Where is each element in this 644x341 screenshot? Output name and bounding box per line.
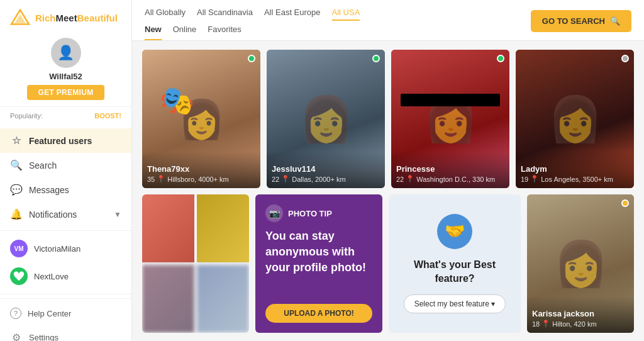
location: Dallas, 2000+ km xyxy=(292,176,345,183)
sidebar-item-label: Help Center xyxy=(28,309,71,318)
nl-logo xyxy=(10,267,28,285)
online-indicator xyxy=(497,55,504,62)
best-feature-card: 🤝 What's your Best feature? Select my be… xyxy=(389,194,521,333)
pin-icon: 📍 xyxy=(157,175,165,183)
photo-tip-header: 📷 PHOTO TIP xyxy=(265,204,372,222)
user-card-jess[interactable]: 👩 Jessluv114 22 📍 Dallas, 2000+ km xyxy=(267,50,385,188)
user-card-ladym[interactable]: 👩 Ladym 19 📍 Los Angeles, 3500+ km xyxy=(516,50,634,188)
go-to-search-button[interactable]: GO TO SEARCH 🔍 xyxy=(531,10,631,32)
photo-tip-card: 📷 PHOTO TIP You can stay anonymous with … xyxy=(255,194,382,333)
premium-button[interactable]: GET PREMIUM xyxy=(27,85,105,100)
age: 22 xyxy=(396,176,404,183)
filter-tabs: All Globally All Scandinavia All East Eu… xyxy=(145,8,360,40)
search-icon: 🔍 xyxy=(610,16,620,26)
card-details: 19 📍 Los Angeles, 3500+ km xyxy=(521,175,629,183)
pin-icon: 📍 xyxy=(281,175,290,183)
vm-logo: VM xyxy=(10,240,28,257)
card-name: Jessluv114 xyxy=(272,164,380,174)
profile-section: 👤 Willfal52 GET PREMIUM xyxy=(0,33,131,107)
bottom-nav: ? Help Center ⚙ Settings ↪ Logout xyxy=(0,298,131,341)
sidebar-item-featured[interactable]: ☆ Featured users xyxy=(0,128,131,153)
card-name: Ladym xyxy=(521,164,629,174)
handshake-icon: 🤝 xyxy=(437,214,472,249)
partner-label: NextLove xyxy=(34,272,69,281)
username: Willfal52 xyxy=(49,72,82,81)
card-name: Princesse xyxy=(396,164,504,174)
partner-label: VictoriaMilan xyxy=(34,244,80,254)
small-card-4[interactable] xyxy=(197,265,249,333)
online-indicator xyxy=(621,55,629,62)
chevron-down-icon: ▼ xyxy=(114,210,121,219)
gear-icon: ⚙ xyxy=(10,332,23,341)
region-filter: All Globally All Scandinavia All East Eu… xyxy=(145,8,360,21)
popularity-row: Popularity: BOOST! xyxy=(0,107,131,122)
card-info: Karissa jackson 18 📍 Hilton, 420 km xyxy=(527,296,634,333)
user-card-princesse[interactable]: 👩 Princesse 22 📍 Washington D.C., 330 km xyxy=(391,50,509,188)
age: 35 xyxy=(147,176,155,183)
star-icon: ☆ xyxy=(10,135,23,147)
type-online[interactable]: Online xyxy=(173,25,197,40)
camera-icon: 📷 xyxy=(265,204,283,222)
region-all-east-europe[interactable]: All East Europe xyxy=(264,8,321,21)
small-card-3[interactable] xyxy=(142,265,194,333)
age: 18 xyxy=(532,320,540,328)
age: 19 xyxy=(521,176,528,183)
card-details: 35 📍 Hillsboro, 4000+ km xyxy=(147,175,255,183)
boost-label: BOOST! xyxy=(94,112,121,120)
censor-bar xyxy=(401,94,500,106)
card-name: Karissa jackson xyxy=(532,309,629,318)
type-favorites[interactable]: Favorites xyxy=(208,25,241,40)
select-feature-button[interactable]: Select my best feature ▾ xyxy=(404,294,506,313)
location: Washington D.C., 330 km xyxy=(416,176,495,183)
region-all-usa[interactable]: All USA xyxy=(332,8,360,21)
small-card-2[interactable] xyxy=(197,194,249,262)
photo-tip-text: You can stay anonymous with your profile… xyxy=(265,228,372,276)
small-card-1[interactable] xyxy=(142,194,194,262)
photo-tip-title: PHOTO TIP xyxy=(288,209,332,218)
online-indicator xyxy=(372,55,380,62)
small-card-grid xyxy=(142,194,249,333)
card-info: Ladym 19 📍 Los Angeles, 3500+ km xyxy=(516,152,634,188)
partner-nextlove[interactable]: NextLove xyxy=(0,262,131,290)
upload-photo-button[interactable]: UPLOAD A PHOTO! xyxy=(265,304,372,323)
avatar: 👤 xyxy=(51,38,81,68)
chat-icon: 💬 xyxy=(10,184,23,196)
sidebar-item-settings[interactable]: ⚙ Settings xyxy=(0,325,131,341)
sidebar-item-label: Messages xyxy=(29,185,69,195)
bell-icon: 🔔 xyxy=(10,208,23,220)
online-indicator xyxy=(248,55,255,62)
sidebar-item-label: Settings xyxy=(29,333,58,341)
location: Hilton, 420 km xyxy=(552,320,596,328)
sidebar-item-label: Featured users xyxy=(29,136,92,146)
age: 22 xyxy=(272,176,279,183)
sidebar-item-search[interactable]: 🔍 Search xyxy=(0,153,131,177)
sidebar-item-helpcenter[interactable]: ? Help Center xyxy=(0,301,131,325)
user-card-karissa[interactable]: 👩 Karissa jackson 18 📍 Hilton, 420 km xyxy=(527,194,634,333)
region-all-globally[interactable]: All Globally xyxy=(145,8,186,21)
sidebar-item-messages[interactable]: 💬 Messages xyxy=(0,177,131,202)
main-panel: All Globally All Scandinavia All East Eu… xyxy=(132,0,644,341)
sidebar-item-label: Search xyxy=(29,160,57,170)
go-search-label: GO TO SEARCH xyxy=(542,16,605,26)
card-name: Thena79xx xyxy=(147,164,255,174)
card-details: 22 📍 Dallas, 2000+ km xyxy=(272,175,380,183)
popularity-label: Popularity: xyxy=(10,112,43,120)
best-feature-text: What's your Best feature? xyxy=(401,258,508,286)
region-all-scandinavia[interactable]: All Scandinavia xyxy=(197,8,253,21)
pin-icon: 📍 xyxy=(530,175,539,183)
sidebar-item-notifications[interactable]: 🔔 Notifications ▼ xyxy=(0,202,131,226)
card-details: 22 📍 Washington D.C., 330 km xyxy=(396,175,504,183)
sidebar-item-label: Notifications xyxy=(29,210,77,220)
logo-icon xyxy=(10,9,30,26)
online-indicator xyxy=(621,199,629,207)
card-info: Jessluv114 22 📍 Dallas, 2000+ km xyxy=(267,152,385,188)
partner-victoriamilan[interactable]: VM VictoriaMilan xyxy=(0,235,131,262)
pin-icon: 📍 xyxy=(541,320,550,328)
user-card-thena[interactable]: 👩 🎭 Thena79xx 35 📍 Hillsboro, 4000+ km xyxy=(142,50,260,188)
card-info: Princesse 22 📍 Washington D.C., 330 km xyxy=(391,152,509,188)
type-new[interactable]: New xyxy=(145,25,162,40)
logo-text: RichMeetBeautiful xyxy=(35,13,118,23)
logo-area: RichMeetBeautiful xyxy=(0,0,131,33)
card-details: 18 📍 Hilton, 420 km xyxy=(532,320,629,328)
location: Hillsboro, 4000+ km xyxy=(167,176,229,183)
